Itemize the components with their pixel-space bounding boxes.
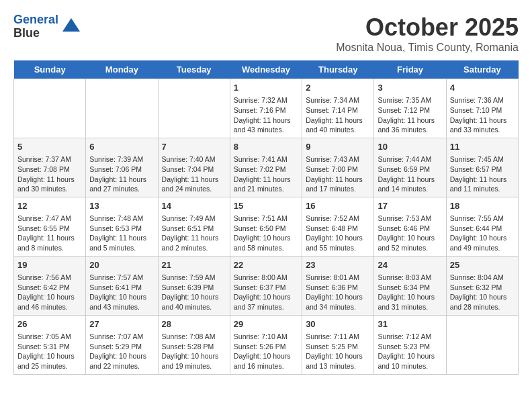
calendar-cell: 29Sunrise: 7:10 AM Sunset: 5:26 PM Dayli… xyxy=(230,315,302,374)
calendar-cell: 26Sunrise: 7:05 AM Sunset: 5:31 PM Dayli… xyxy=(14,315,86,374)
day-info: Sunrise: 7:59 AM Sunset: 6:39 PM Dayligh… xyxy=(162,273,226,312)
day-number: 11 xyxy=(450,141,515,153)
day-number: 23 xyxy=(306,259,370,271)
day-number: 4 xyxy=(450,82,515,94)
calendar-cell: 9Sunrise: 7:43 AM Sunset: 7:00 PM Daylig… xyxy=(302,138,374,197)
calendar-cell: 8Sunrise: 7:41 AM Sunset: 7:02 PM Daylig… xyxy=(230,138,302,197)
calendar-cell: 22Sunrise: 8:00 AM Sunset: 6:37 PM Dayli… xyxy=(230,256,302,315)
day-number: 30 xyxy=(306,318,370,330)
day-info: Sunrise: 7:05 AM Sunset: 5:31 PM Dayligh… xyxy=(17,332,82,371)
day-info: Sunrise: 7:56 AM Sunset: 6:42 PM Dayligh… xyxy=(17,273,82,312)
calendar-cell: 16Sunrise: 7:52 AM Sunset: 6:48 PM Dayli… xyxy=(302,197,374,256)
calendar-cell: 24Sunrise: 8:03 AM Sunset: 6:34 PM Dayli… xyxy=(374,256,446,315)
weekday-header-friday: Friday xyxy=(374,60,446,79)
day-info: Sunrise: 8:01 AM Sunset: 6:36 PM Dayligh… xyxy=(306,273,370,312)
day-number: 13 xyxy=(89,200,154,212)
week-row-2: 5Sunrise: 7:37 AM Sunset: 7:08 PM Daylig… xyxy=(14,138,519,197)
day-number: 7 xyxy=(162,141,226,153)
day-info: Sunrise: 7:57 AM Sunset: 6:41 PM Dayligh… xyxy=(89,273,154,312)
calendar-cell xyxy=(446,315,518,374)
calendar-cell xyxy=(158,79,230,138)
day-info: Sunrise: 7:07 AM Sunset: 5:29 PM Dayligh… xyxy=(89,332,154,371)
calendar-cell xyxy=(86,79,158,138)
day-info: Sunrise: 7:37 AM Sunset: 7:08 PM Dayligh… xyxy=(17,154,82,194)
calendar-cell: 27Sunrise: 7:07 AM Sunset: 5:29 PM Dayli… xyxy=(86,315,158,374)
calendar-cell: 31Sunrise: 7:12 AM Sunset: 5:23 PM Dayli… xyxy=(374,315,446,374)
day-number: 26 xyxy=(17,318,82,330)
weekday-header-saturday: Saturday xyxy=(446,60,518,79)
weekday-header-sunday: Sunday xyxy=(14,60,86,79)
page-header: GeneralBlue October 2025 Mosnita Noua, T… xyxy=(13,13,519,54)
calendar-cell: 15Sunrise: 7:51 AM Sunset: 6:50 PM Dayli… xyxy=(230,197,302,256)
day-number: 1 xyxy=(234,82,298,94)
calendar-cell: 28Sunrise: 7:08 AM Sunset: 5:28 PM Dayli… xyxy=(158,315,230,374)
day-info: Sunrise: 7:48 AM Sunset: 6:53 PM Dayligh… xyxy=(89,214,154,253)
day-number: 19 xyxy=(17,259,82,271)
logo: GeneralBlue xyxy=(13,13,81,40)
day-info: Sunrise: 7:12 AM Sunset: 5:23 PM Dayligh… xyxy=(378,332,442,371)
title-block: October 2025 Mosnita Noua, Timis County,… xyxy=(336,13,519,54)
day-number: 14 xyxy=(162,200,226,212)
day-number: 27 xyxy=(89,318,154,330)
week-row-1: 1Sunrise: 7:32 AM Sunset: 7:16 PM Daylig… xyxy=(14,79,519,138)
day-info: Sunrise: 7:40 AM Sunset: 7:04 PM Dayligh… xyxy=(162,154,226,194)
weekday-header-tuesday: Tuesday xyxy=(158,60,230,79)
day-number: 10 xyxy=(378,141,442,153)
day-number: 22 xyxy=(234,259,298,271)
calendar-cell: 20Sunrise: 7:57 AM Sunset: 6:41 PM Dayli… xyxy=(86,256,158,315)
calendar-cell: 4Sunrise: 7:36 AM Sunset: 7:10 PM Daylig… xyxy=(446,79,518,138)
day-info: Sunrise: 7:44 AM Sunset: 6:59 PM Dayligh… xyxy=(378,154,442,194)
weekday-header-thursday: Thursday xyxy=(302,60,374,79)
calendar-cell: 23Sunrise: 8:01 AM Sunset: 6:36 PM Dayli… xyxy=(302,256,374,315)
calendar-cell: 12Sunrise: 7:47 AM Sunset: 6:55 PM Dayli… xyxy=(14,197,86,256)
subtitle: Mosnita Noua, Timis County, Romania xyxy=(336,42,519,54)
calendar-cell: 21Sunrise: 7:59 AM Sunset: 6:39 PM Dayli… xyxy=(158,256,230,315)
day-number: 25 xyxy=(450,259,515,271)
day-number: 29 xyxy=(234,318,298,330)
day-info: Sunrise: 7:11 AM Sunset: 5:25 PM Dayligh… xyxy=(306,332,370,371)
day-number: 8 xyxy=(234,141,298,153)
calendar-cell: 18Sunrise: 7:55 AM Sunset: 6:44 PM Dayli… xyxy=(446,197,518,256)
day-number: 5 xyxy=(17,141,82,153)
day-number: 31 xyxy=(378,318,442,330)
week-row-5: 26Sunrise: 7:05 AM Sunset: 5:31 PM Dayli… xyxy=(14,315,519,374)
day-info: Sunrise: 7:39 AM Sunset: 7:06 PM Dayligh… xyxy=(89,154,154,194)
day-number: 18 xyxy=(450,200,515,212)
month-title: October 2025 xyxy=(336,13,519,42)
calendar-cell: 17Sunrise: 7:53 AM Sunset: 6:46 PM Dayli… xyxy=(374,197,446,256)
week-row-3: 12Sunrise: 7:47 AM Sunset: 6:55 PM Dayli… xyxy=(14,197,519,256)
day-number: 9 xyxy=(306,141,370,153)
weekday-header-wednesday: Wednesday xyxy=(230,60,302,79)
calendar-cell xyxy=(14,79,86,138)
day-number: 16 xyxy=(306,200,370,212)
day-info: Sunrise: 7:52 AM Sunset: 6:48 PM Dayligh… xyxy=(306,214,370,253)
calendar-cell: 11Sunrise: 7:45 AM Sunset: 6:57 PM Dayli… xyxy=(446,138,518,197)
day-info: Sunrise: 7:47 AM Sunset: 6:55 PM Dayligh… xyxy=(17,214,82,253)
day-number: 20 xyxy=(89,259,154,271)
day-info: Sunrise: 7:45 AM Sunset: 6:57 PM Dayligh… xyxy=(450,154,515,194)
calendar-cell: 5Sunrise: 7:37 AM Sunset: 7:08 PM Daylig… xyxy=(14,138,86,197)
day-number: 15 xyxy=(234,200,298,212)
day-info: Sunrise: 7:43 AM Sunset: 7:00 PM Dayligh… xyxy=(306,154,370,194)
day-info: Sunrise: 8:03 AM Sunset: 6:34 PM Dayligh… xyxy=(378,273,442,312)
calendar-cell: 3Sunrise: 7:35 AM Sunset: 7:12 PM Daylig… xyxy=(374,79,446,138)
day-number: 24 xyxy=(378,259,442,271)
day-info: Sunrise: 7:34 AM Sunset: 7:14 PM Dayligh… xyxy=(306,95,370,135)
day-info: Sunrise: 7:32 AM Sunset: 7:16 PM Dayligh… xyxy=(234,95,298,135)
calendar-table: SundayMondayTuesdayWednesdayThursdayFrid… xyxy=(13,60,519,375)
calendar-cell: 19Sunrise: 7:56 AM Sunset: 6:42 PM Dayli… xyxy=(14,256,86,315)
day-info: Sunrise: 8:04 AM Sunset: 6:32 PM Dayligh… xyxy=(450,273,515,312)
calendar-cell: 30Sunrise: 7:11 AM Sunset: 5:25 PM Dayli… xyxy=(302,315,374,374)
calendar-cell: 7Sunrise: 7:40 AM Sunset: 7:04 PM Daylig… xyxy=(158,138,230,197)
day-info: Sunrise: 7:10 AM Sunset: 5:26 PM Dayligh… xyxy=(234,332,298,371)
logo-text: GeneralBlue xyxy=(13,13,58,40)
calendar-cell: 2Sunrise: 7:34 AM Sunset: 7:14 PM Daylig… xyxy=(302,79,374,138)
day-info: Sunrise: 7:51 AM Sunset: 6:50 PM Dayligh… xyxy=(234,214,298,253)
logo-icon xyxy=(61,17,81,37)
day-number: 17 xyxy=(378,200,442,212)
calendar-cell: 25Sunrise: 8:04 AM Sunset: 6:32 PM Dayli… xyxy=(446,256,518,315)
weekday-header-monday: Monday xyxy=(86,60,158,79)
day-info: Sunrise: 7:49 AM Sunset: 6:51 PM Dayligh… xyxy=(162,214,226,253)
calendar-cell: 6Sunrise: 7:39 AM Sunset: 7:06 PM Daylig… xyxy=(86,138,158,197)
calendar-cell: 14Sunrise: 7:49 AM Sunset: 6:51 PM Dayli… xyxy=(158,197,230,256)
